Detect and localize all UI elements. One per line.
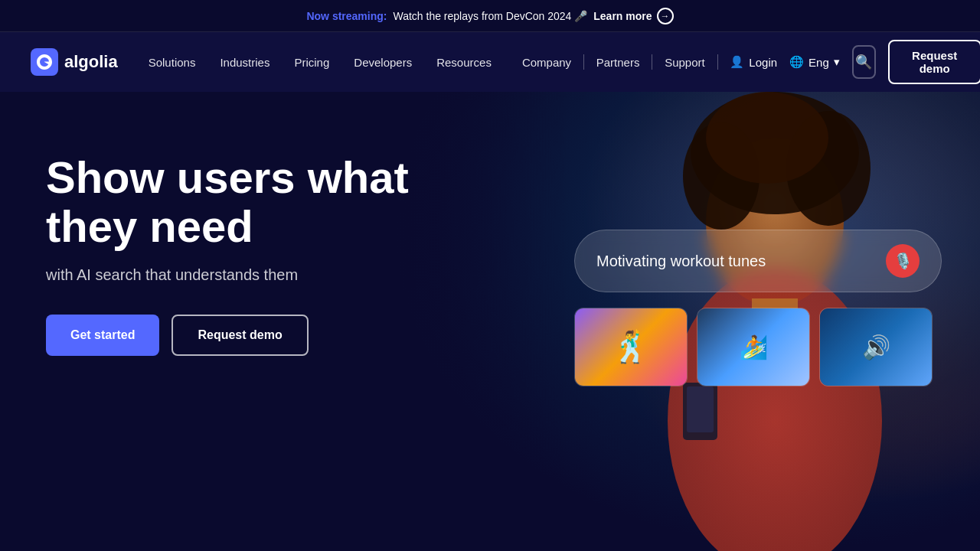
request-demo-nav-button[interactable]: Request demo: [888, 40, 980, 84]
hero-buttons: Get started Request demo: [46, 315, 409, 356]
learn-more-link[interactable]: Learn more →: [593, 8, 673, 24]
algolia-logo-icon: [31, 48, 58, 76]
music-card-2[interactable]: 🏄 Power Vibes III ▶: [697, 308, 810, 386]
music-card-2-info: Power Vibes III ▶: [697, 386, 809, 386]
nav-developers[interactable]: Developers: [354, 56, 412, 69]
hero-title-line1: Show users what: [46, 152, 409, 202]
music-card-1[interactable]: 🕺 Electric Dance Mix ▶: [574, 308, 688, 386]
music-card-1-image: 🕺: [575, 308, 687, 386]
nav-right: Company Partners Support 👤 Login 🌐 Eng ▾…: [522, 40, 980, 84]
music-card-3[interactable]: 🔊 Liquid Beats ▶: [819, 308, 933, 386]
nav-solutions[interactable]: Solutions: [149, 56, 196, 69]
search-ui-overlay: Motivating workout tunes 🎙️ 🕺 Electric D…: [574, 230, 942, 386]
nav-divider-2: [652, 54, 652, 70]
search-button[interactable]: 🔍: [852, 45, 876, 79]
hero-content: Show users what they need with AI search…: [46, 153, 409, 356]
nav-partners[interactable]: Partners: [596, 56, 640, 69]
login-label: Login: [749, 56, 777, 69]
nav-industries[interactable]: Industries: [220, 56, 270, 69]
svg-point-6: [706, 92, 828, 184]
search-bar-display[interactable]: Motivating workout tunes 🎙️: [574, 230, 942, 292]
nav-divider-1: [583, 54, 584, 70]
music-card-2-image: 🏄: [697, 308, 809, 386]
microphone-icon[interactable]: 🎙️: [886, 244, 920, 278]
navbar: algolia Solutions Industries Pricing Dev…: [0, 32, 980, 92]
music-card-1-info: Electric Dance Mix ▶: [575, 386, 687, 386]
card-2-icon: 🏄: [740, 334, 768, 360]
music-card-3-image: 🔊: [820, 308, 932, 386]
nav-support[interactable]: Support: [665, 56, 705, 69]
learn-more-arrow-icon: →: [657, 8, 674, 24]
request-demo-hero-button[interactable]: Request demo: [172, 315, 308, 356]
hero-subtitle: with AI search that understands them: [46, 266, 409, 284]
learn-more-text: Learn more: [593, 10, 652, 22]
user-icon: 👤: [730, 55, 744, 69]
logo-text: algolia: [64, 52, 118, 72]
card-1-icon: 🕺: [612, 329, 650, 365]
nav-divider-3: [717, 54, 718, 70]
globe-icon: 🌐: [789, 55, 804, 69]
chevron-down-icon: ▾: [834, 55, 840, 69]
nav-company[interactable]: Company: [522, 56, 571, 69]
search-query-display: Motivating workout tunes: [596, 253, 766, 270]
card-3-icon: 🔊: [862, 334, 890, 360]
nav-links: Solutions Industries Pricing Developers …: [149, 56, 492, 69]
music-results: 🕺 Electric Dance Mix ▶ 🏄 Power Vibes III…: [574, 308, 942, 386]
language-label: Eng: [808, 56, 829, 69]
get-started-hero-button[interactable]: Get started: [46, 315, 159, 356]
streaming-label: Now streaming:: [306, 10, 387, 22]
svg-rect-10: [687, 386, 714, 432]
top-banner: Now streaming: Watch the replays from De…: [0, 0, 980, 32]
music-card-3-info: Liquid Beats ▶: [820, 386, 932, 386]
hero-title: Show users what they need: [46, 153, 409, 251]
nav-pricing[interactable]: Pricing: [294, 56, 329, 69]
nav-resources[interactable]: Resources: [436, 56, 492, 69]
hero-title-line2: they need: [46, 201, 253, 251]
search-icon: 🔍: [855, 54, 872, 70]
login-button[interactable]: 👤 Login: [730, 55, 777, 69]
logo[interactable]: algolia: [31, 48, 118, 76]
banner-message: Watch the replays from DevCon 2024 🎤: [393, 10, 587, 22]
language-button[interactable]: 🌐 Eng ▾: [789, 55, 840, 69]
hero-section: Show users what they need with AI search…: [0, 92, 980, 551]
